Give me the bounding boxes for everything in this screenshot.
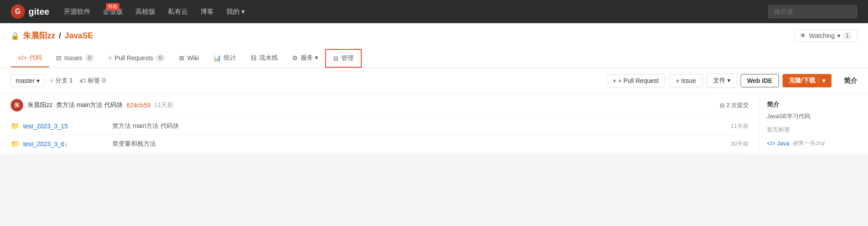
tab-services[interactable]: ⚙ 服务 ▾ — [285, 49, 325, 67]
tab-manage[interactable]: ⊟ 管理 — [325, 49, 362, 68]
file-time: 11天前 — [731, 122, 749, 130]
logo-area[interactable]: G gitee — [11, 4, 49, 19]
pr-plus-icon: + — [613, 77, 616, 84]
nav-enterprise[interactable]: 企业版 特惠 — [103, 8, 123, 16]
file-time: 30天前 — [731, 140, 749, 148]
pr-badge: 0 — [156, 54, 165, 62]
clone-button[interactable]: 克隆/下载 ▾ — [782, 74, 831, 87]
pipeline-icon: ⛓ — [250, 54, 257, 62]
commit-hash: 624cb59 — [126, 102, 151, 109]
watching-button[interactable]: 👁 Watching ▾ 1 — [794, 29, 857, 42]
table-row: 📁 test_2023_3_15 类方法 main方法 代码块 11天前 — [11, 117, 749, 135]
branch-selector[interactable]: master ▾ — [11, 74, 45, 87]
sidebar-description: JavaSE学习代码 — [767, 112, 857, 120]
file-name[interactable]: test_2023_3_6↓ — [23, 140, 112, 148]
issues-icon: ⊟ — [56, 54, 61, 62]
issues-badge: 0 — [85, 54, 94, 62]
tag-count-label: 标签 0 — [88, 77, 106, 85]
services-icon: ⚙ — [292, 54, 298, 62]
tab-services-label: 服务 ▾ — [301, 54, 318, 62]
enterprise-badge: 特惠 — [106, 3, 119, 10]
branch-count-label: 分支 1 — [55, 77, 73, 85]
folder-icon: 📁 — [11, 122, 20, 130]
table-row: 📁 test_2023_3_6↓ 类变量和栈方法 30天前 — [11, 135, 749, 153]
tag-count: 🏷 标签 0 — [80, 77, 106, 85]
repo-title: 🔒 朱晨阳zz / JavaSE — [11, 30, 93, 41]
top-nav: G gitee 开源软件 企业版 特惠 高校版 私有云 博客 我的 ▾ — [0, 0, 868, 23]
commit-time: 11天前 — [154, 101, 174, 109]
avatar: 朱 — [11, 99, 23, 111]
tab-wiki[interactable]: ⊞ Wiki — [172, 50, 206, 67]
watching-label: Watching — [809, 32, 835, 39]
nav-links: 开源软件 企业版 特惠 高校版 私有云 博客 我的 ▾ — [64, 8, 754, 16]
commit-message: 类方法 main方法 代码块 — [56, 101, 123, 109]
branch-icon: ⑂ — [50, 77, 53, 84]
clone-label: 克隆/下载 — [789, 77, 815, 85]
tab-issues[interactable]: ⊟ Issues 0 — [49, 50, 101, 67]
stats-icon: 📊 — [213, 54, 221, 62]
pull-request-button[interactable]: + + Pull Request — [606, 74, 666, 87]
file-button[interactable]: 文件 ▾ — [706, 74, 737, 88]
tab-stats-label: 统计 — [224, 54, 236, 62]
tab-code-label: 代码 — [29, 54, 42, 62]
tabs: </> 代码 ⊟ Issues 0 ⑂ Pull Requests 0 ⊞ Wi… — [11, 49, 857, 68]
file-commit-msg: 类方法 main方法 代码块 — [112, 122, 731, 130]
sidebar-lang: </> Java @朱一头zcy — [767, 139, 857, 147]
tab-pipeline-label: 流水线 — [259, 54, 278, 62]
file-name[interactable]: test_2023_3_15 — [23, 123, 112, 130]
tab-pipeline[interactable]: ⛓ 流水线 — [243, 49, 285, 67]
file-commit-msg: 类变量和栈方法 — [112, 140, 731, 148]
branch-chevron-icon: ▾ — [37, 77, 40, 84]
wiki-icon: ⊞ — [179, 54, 184, 62]
file-list: 朱 朱晨阳zz 类方法 main方法 代码块 624cb59 11天前 ⊟ 2 … — [11, 94, 759, 154]
tab-code[interactable]: </> 代码 — [11, 49, 49, 67]
nav-university[interactable]: 高校版 — [135, 8, 155, 16]
nav-blog[interactable]: 博客 — [200, 8, 214, 16]
tab-pull-requests[interactable]: ⑂ Pull Requests 0 — [101, 50, 172, 67]
issue-button[interactable]: + Issue — [669, 74, 703, 87]
clone-arrow-icon: ▾ — [818, 77, 825, 84]
commit-info: 朱晨阳zz 类方法 main方法 代码块 624cb59 11天前 — [28, 101, 715, 109]
logo-text: gitee — [29, 7, 49, 17]
repo-owner-link[interactable]: 朱晨阳zz — [23, 30, 55, 41]
pullrequest-icon: ⑂ — [108, 54, 112, 62]
webide-button[interactable]: Web IDE — [741, 74, 779, 87]
nav-private-cloud[interactable]: 私有云 — [168, 8, 188, 16]
tab-wiki-label: Wiki — [187, 54, 199, 62]
commit-count-label: 2 次提交 — [726, 101, 749, 109]
manage-icon: ⊟ — [333, 55, 338, 62]
eye-icon: 👁 — [800, 32, 806, 39]
sidebar-title-toolbar: 简介 — [844, 77, 857, 85]
repo-title-row: 🔒 朱晨阳zz / JavaSE 👁 Watching ▾ 1 — [11, 29, 857, 47]
lang-user: @朱一头zcy — [793, 139, 825, 147]
nav-opensource[interactable]: 开源软件 — [64, 8, 90, 16]
sub-header: 🔒 朱晨阳zz / JavaSE 👁 Watching ▾ 1 </> 代码 ⊟… — [0, 23, 868, 68]
lang-icon: </> — [767, 140, 775, 147]
nav-mine[interactable]: 我的 ▾ — [226, 8, 245, 16]
lock-icon: 🔒 — [11, 32, 20, 40]
chevron-down-icon: ▾ — [837, 32, 840, 39]
toolbar-actions: + + Pull Request + Issue 文件 ▾ Web IDE 克隆… — [606, 74, 831, 88]
commit-author: 朱晨阳zz — [28, 101, 53, 109]
webide-label: Web IDE — [747, 77, 773, 84]
issue-label: + Issue — [676, 77, 696, 84]
tab-manage-label: 管理 — [341, 54, 354, 62]
pull-request-label: + Pull Request — [618, 77, 659, 84]
commit-row: 朱 朱晨阳zz 类方法 main方法 代码块 624cb59 11天前 ⊟ 2 … — [11, 94, 749, 117]
repo-separator: / — [59, 31, 61, 41]
watching-count: 1 — [843, 32, 852, 39]
file-label: 文件 ▾ — [713, 77, 730, 85]
commit-count: ⊟ 2 次提交 — [720, 101, 749, 109]
tag-icon: 🏷 — [80, 77, 86, 84]
tab-stats[interactable]: 📊 统计 — [206, 49, 243, 67]
branch-meta: ⑂ 分支 1 🏷 标签 0 — [50, 77, 106, 85]
branch-count: ⑂ 分支 1 — [50, 77, 73, 85]
logo-icon: G — [11, 4, 25, 19]
code-icon: </> — [18, 54, 27, 62]
lang-label: Java — [777, 140, 789, 147]
tab-pr-label: Pull Requests — [114, 54, 153, 62]
main-content: 朱 朱晨阳zz 类方法 main方法 代码块 624cb59 11天前 ⊟ 2 … — [0, 94, 868, 154]
search-input[interactable] — [768, 5, 857, 18]
repo-name-link[interactable]: JavaSE — [65, 31, 93, 41]
sidebar-section-title: 简介 — [767, 101, 857, 109]
